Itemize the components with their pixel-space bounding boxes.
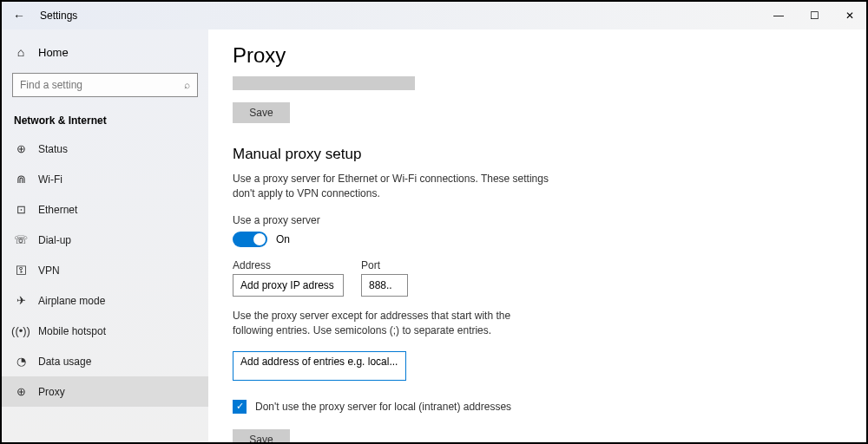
script-field[interactable] [233,76,415,90]
home-nav[interactable]: ⌂ Home [2,40,208,64]
save-button-bottom[interactable]: Save [233,429,290,442]
sidebar-item-wifi[interactable]: ⋒Wi-Fi [2,164,208,194]
local-bypass-checkbox[interactable]: ✓ [233,400,247,414]
maximize-button[interactable]: ☐ [805,8,825,23]
sidebar-item-airplane[interactable]: ✈Airplane mode [2,285,208,316]
save-button-top[interactable]: Save [233,102,290,123]
search-input[interactable] [20,79,184,91]
hotspot-icon: ((•)) [14,324,28,337]
toggle-state: On [276,233,290,245]
section-heading: Manual proxy setup [233,146,842,163]
vpn-icon: ⚿ [14,264,28,277]
port-input[interactable] [361,274,408,297]
back-button[interactable]: ← [9,5,30,26]
sidebar-item-datausage[interactable]: ◔Data usage [2,346,208,376]
sidebar-item-proxy[interactable]: ⊕Proxy [2,376,208,407]
use-proxy-toggle[interactable] [233,232,267,247]
minimize-button[interactable]: — [768,8,789,23]
dialup-icon: ☏ [14,233,28,246]
proxy-icon: ⊕ [14,385,28,398]
search-box[interactable]: ⌕ [12,73,198,97]
sidebar-item-ethernet[interactable]: ⊡Ethernet [2,194,208,225]
app-title: Settings [40,10,77,22]
settings-window: ← Settings — ☐ ✕ ⌂ Home ⌕ Network & Inte… [0,0,868,444]
home-label: Home [38,46,69,59]
datausage-icon: ◔ [14,355,28,368]
nav-list: ⊕Status ⋒Wi-Fi ⊡Ethernet ☏Dial-up ⚿VPN ✈… [2,134,208,407]
home-icon: ⌂ [14,45,28,59]
titlebar: ← Settings — ☐ ✕ [2,2,866,29]
sidebar-item-vpn[interactable]: ⚿VPN [2,255,208,285]
section-desc: Use a proxy server for Ethernet or Wi-Fi… [233,172,554,202]
sidebar-item-dialup[interactable]: ☏Dial-up [2,225,208,255]
window-controls: — ☐ ✕ [768,8,859,23]
exceptions-input[interactable] [233,351,406,381]
search-icon: ⌕ [184,79,190,91]
port-label: Port [361,259,408,271]
address-input[interactable] [233,274,344,297]
exceptions-desc: Use the proxy server except for addresse… [233,309,554,339]
airplane-icon: ✈ [14,294,28,307]
sidebar-item-status[interactable]: ⊕Status [2,134,208,164]
sidebar-item-hotspot[interactable]: ((•))Mobile hotspot [2,316,208,346]
use-proxy-label: Use a proxy server [233,214,842,226]
toggle-knob [253,233,266,245]
content-pane: Proxy Save Manual proxy setup Use a prox… [208,29,866,442]
nav-category: Network & Internet [2,106,208,134]
address-label: Address [233,259,344,271]
sidebar: ⌂ Home ⌕ Network & Internet ⊕Status ⋒Wi-… [2,29,208,442]
page-title: Proxy [233,43,842,68]
local-bypass-label: Don't use the proxy server for local (in… [255,401,511,413]
close-button[interactable]: ✕ [840,8,859,23]
wifi-icon: ⋒ [14,173,28,186]
status-icon: ⊕ [14,142,28,155]
ethernet-icon: ⊡ [14,203,28,216]
